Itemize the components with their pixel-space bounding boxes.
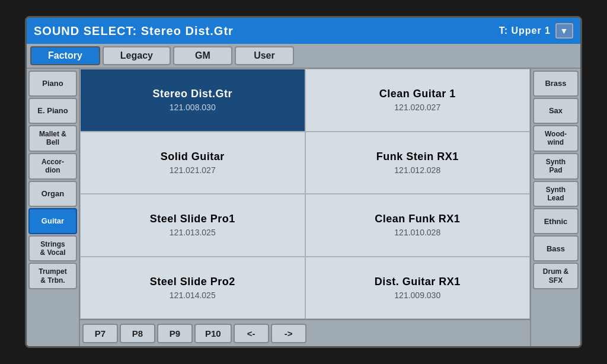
sound-cell-4[interactable]: Steel Slide Pro1 121.013.025 bbox=[80, 194, 305, 257]
sound-code-1: 121.020.027 bbox=[394, 103, 440, 112]
sound-name-5: Clean Funk RX1 bbox=[375, 213, 460, 225]
sound-name-3: Funk Stein RX1 bbox=[376, 151, 459, 163]
sound-name-0: Stereo Dist.Gtr bbox=[152, 88, 232, 100]
page-btn-next[interactable]: -> bbox=[271, 324, 306, 343]
page-btn-p10[interactable]: P10 bbox=[194, 324, 232, 343]
sound-cell-1[interactable]: Clean Guitar 1 121.020.027 bbox=[305, 69, 531, 132]
sidebar-item-woodwind[interactable]: Wood-wind bbox=[533, 125, 579, 152]
sound-code-2: 121.021.027 bbox=[170, 165, 216, 175]
location-label: T: Upper 1 bbox=[499, 25, 551, 36]
sound-name-6: Steel Slide Pro2 bbox=[150, 276, 235, 288]
screen-title: SOUND SELECT: Stereo Dist.Gtr bbox=[34, 24, 234, 38]
sound-code-7: 121.009.030 bbox=[394, 290, 440, 300]
sound-code-4: 121.013.025 bbox=[170, 228, 216, 237]
tab-gm[interactable]: GM bbox=[173, 46, 232, 65]
sidebar-item-mallet[interactable]: Mallet &Bell bbox=[28, 125, 77, 152]
sound-name-4: Steel Slide Pro1 bbox=[150, 213, 235, 225]
sidebar-item-piano[interactable]: Piano bbox=[28, 71, 77, 97]
sidebar-item-trumpet[interactable]: Trumpet& Trbn. bbox=[28, 263, 77, 289]
page-btn-p8[interactable]: P8 bbox=[120, 324, 155, 343]
sidebar-item-brass[interactable]: Brass bbox=[533, 71, 579, 97]
title-bar-right: T: Upper 1 ▼ bbox=[499, 23, 573, 39]
tab-user[interactable]: User bbox=[235, 46, 294, 65]
sidebar-item-ethnic[interactable]: Ethnic bbox=[533, 208, 579, 234]
title-bar: SOUND SELECT: Stereo Dist.Gtr T: Upper 1… bbox=[27, 18, 580, 44]
sound-cell-0[interactable]: Stereo Dist.Gtr 121.008.030 bbox=[80, 69, 305, 132]
dropdown-button[interactable]: ▼ bbox=[555, 23, 573, 39]
tab-factory[interactable]: Factory bbox=[30, 46, 100, 65]
page-btn-prev[interactable]: <- bbox=[234, 324, 269, 343]
sidebar-item-bass[interactable]: Bass bbox=[533, 235, 579, 261]
tab-bar: Factory Legacy GM User bbox=[27, 44, 580, 69]
sound-name-2: Solid Guitar bbox=[161, 151, 225, 163]
main-area: Piano E. Piano Mallet &Bell Accor-dion O… bbox=[27, 69, 580, 346]
sound-grid: Stereo Dist.Gtr 121.008.030 Clean Guitar… bbox=[80, 69, 530, 319]
sound-cell-7[interactable]: Dist. Guitar RX1 121.009.030 bbox=[305, 257, 531, 320]
sound-cell-5[interactable]: Clean Funk RX1 121.010.028 bbox=[305, 194, 531, 257]
bottom-bar: P7 P8 P9 P10 <- -> bbox=[80, 319, 530, 346]
tab-legacy[interactable]: Legacy bbox=[103, 46, 171, 65]
sound-code-5: 121.010.028 bbox=[394, 228, 440, 237]
page-btn-p7[interactable]: P7 bbox=[82, 324, 118, 343]
right-sidebar: Brass Sax Wood-wind SynthPad SynthLead E… bbox=[530, 69, 580, 346]
sidebar-item-guitar[interactable]: Guitar bbox=[28, 208, 77, 234]
sidebar-item-synth-pad[interactable]: SynthPad bbox=[533, 153, 579, 180]
sound-cell-3[interactable]: Funk Stein RX1 121.012.028 bbox=[305, 132, 531, 194]
sound-code-3: 121.012.028 bbox=[394, 165, 440, 175]
sidebar-item-epiano[interactable]: E. Piano bbox=[28, 98, 77, 124]
sidebar-item-strings[interactable]: Strings& Vocal bbox=[28, 235, 77, 262]
page-btn-p9[interactable]: P9 bbox=[157, 324, 193, 343]
sound-name-1: Clean Guitar 1 bbox=[379, 88, 456, 100]
sidebar-item-organ[interactable]: Organ bbox=[28, 181, 77, 207]
screen: SOUND SELECT: Stereo Dist.Gtr T: Upper 1… bbox=[25, 16, 582, 348]
center-area: Stereo Dist.Gtr 121.008.030 Clean Guitar… bbox=[80, 69, 530, 346]
sidebar-item-sax[interactable]: Sax bbox=[533, 98, 579, 124]
sound-cell-6[interactable]: Steel Slide Pro2 121.014.025 bbox=[80, 257, 305, 320]
sidebar-item-synth-lead[interactable]: SynthLead bbox=[533, 181, 579, 207]
sound-name-7: Dist. Guitar RX1 bbox=[375, 276, 461, 288]
sound-code-0: 121.008.030 bbox=[170, 103, 216, 112]
left-sidebar: Piano E. Piano Mallet &Bell Accor-dion O… bbox=[27, 69, 80, 346]
sound-cell-2[interactable]: Solid Guitar 121.021.027 bbox=[80, 132, 305, 194]
sidebar-item-accordion[interactable]: Accor-dion bbox=[28, 153, 77, 180]
sidebar-item-drum-sfx[interactable]: Drum &SFX bbox=[533, 263, 579, 289]
sound-code-6: 121.014.025 bbox=[170, 290, 216, 300]
